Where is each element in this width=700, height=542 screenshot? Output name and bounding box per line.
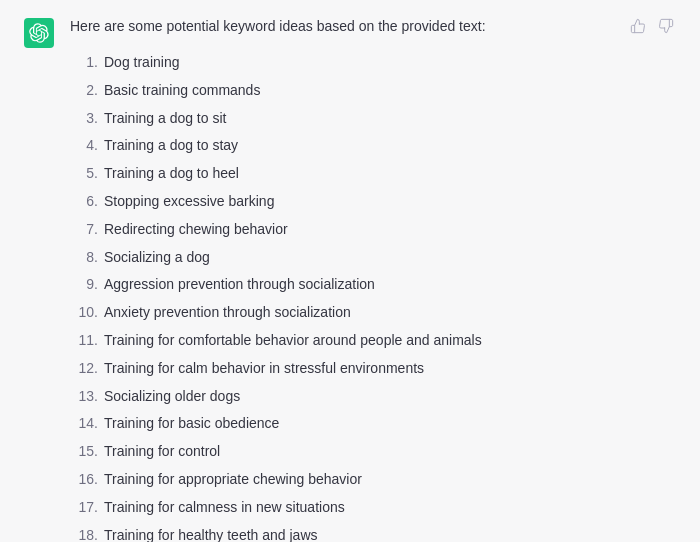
item-text: Dog training (104, 51, 180, 75)
item-number: 12. (70, 357, 98, 381)
list-item: 11.Training for comfortable behavior aro… (70, 327, 676, 355)
item-number: 9. (70, 273, 98, 297)
thumbs-down-icon[interactable] (656, 16, 676, 36)
item-number: 1. (70, 51, 98, 75)
item-number: 15. (70, 440, 98, 464)
item-number: 17. (70, 496, 98, 520)
item-text: Training a dog to heel (104, 162, 239, 186)
list-item: 4.Training a dog to stay (70, 132, 676, 160)
item-text: Training for healthy teeth and jaws (104, 524, 318, 542)
list-item: 17.Training for calmness in new situatio… (70, 494, 676, 522)
item-number: 8. (70, 246, 98, 270)
list-item: 7.Redirecting chewing behavior (70, 216, 676, 244)
keyword-list: 1.Dog training2.Basic training commands3… (70, 49, 676, 542)
message-intro: Here are some potential keyword ideas ba… (70, 16, 616, 37)
item-number: 3. (70, 107, 98, 131)
item-text: Training for control (104, 440, 220, 464)
message-header: Here are some potential keyword ideas ba… (70, 16, 676, 37)
list-item: 15.Training for control (70, 438, 676, 466)
list-item: 6.Stopping excessive barking (70, 188, 676, 216)
item-number: 16. (70, 468, 98, 492)
item-text: Stopping excessive barking (104, 190, 274, 214)
message-row: Here are some potential keyword ideas ba… (0, 0, 700, 542)
list-item: 2.Basic training commands (70, 77, 676, 105)
item-text: Training for calm behavior in stressful … (104, 357, 424, 381)
item-text: Redirecting chewing behavior (104, 218, 288, 242)
item-text: Socializing a dog (104, 246, 210, 270)
list-item: 1.Dog training (70, 49, 676, 77)
item-number: 10. (70, 301, 98, 325)
item-number: 2. (70, 79, 98, 103)
message-content: Here are some potential keyword ideas ba… (70, 16, 676, 542)
item-number: 18. (70, 524, 98, 542)
list-item: 13.Socializing older dogs (70, 383, 676, 411)
chatgpt-avatar (24, 18, 54, 48)
list-item: 9.Aggression prevention through socializ… (70, 271, 676, 299)
list-item: 18.Training for healthy teeth and jaws (70, 522, 676, 542)
item-number: 13. (70, 385, 98, 409)
list-item: 10.Anxiety prevention through socializat… (70, 299, 676, 327)
list-item: 5.Training a dog to heel (70, 160, 676, 188)
list-item: 16.Training for appropriate chewing beha… (70, 466, 676, 494)
item-number: 7. (70, 218, 98, 242)
item-text: Training for comfortable behavior around… (104, 329, 482, 353)
chat-container: Here are some potential keyword ideas ba… (0, 0, 700, 542)
list-item: 14.Training for basic obedience (70, 410, 676, 438)
list-item: 12.Training for calm behavior in stressf… (70, 355, 676, 383)
item-text: Training a dog to stay (104, 134, 238, 158)
list-item: 3.Training a dog to sit (70, 105, 676, 133)
item-text: Aggression prevention through socializat… (104, 273, 375, 297)
item-text: Basic training commands (104, 79, 260, 103)
item-text: Training for basic obedience (104, 412, 279, 436)
item-text: Anxiety prevention through socialization (104, 301, 351, 325)
item-text: Training for appropriate chewing behavio… (104, 468, 362, 492)
item-number: 4. (70, 134, 98, 158)
item-text: Training for calmness in new situations (104, 496, 345, 520)
item-text: Socializing older dogs (104, 385, 240, 409)
item-number: 14. (70, 412, 98, 436)
item-number: 6. (70, 190, 98, 214)
item-number: 5. (70, 162, 98, 186)
item-text: Training a dog to sit (104, 107, 226, 131)
item-number: 11. (70, 329, 98, 353)
feedback-icons (628, 16, 676, 36)
thumbs-up-icon[interactable] (628, 16, 648, 36)
list-item: 8.Socializing a dog (70, 244, 676, 272)
